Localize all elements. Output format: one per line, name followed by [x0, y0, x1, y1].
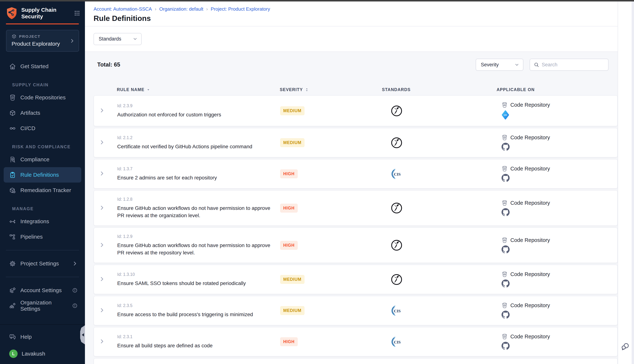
- app-switcher-icon[interactable]: [74, 10, 80, 16]
- owasp-icon: [391, 202, 403, 214]
- column-header-applicable-on: APPLICABLE ON: [451, 87, 618, 92]
- breadcrumb-separator: ›: [206, 6, 208, 12]
- sidebar-item-remediation-tracker[interactable]: Remediation Tracker: [4, 182, 81, 198]
- standards-filter-dropdown[interactable]: Standards: [94, 33, 142, 45]
- sidebar-item-label: Artifacts: [20, 110, 78, 116]
- table-row[interactable]: Id: 2.3.9 Authorization not enforced for…: [94, 95, 618, 126]
- sidebar-item-label: Remediation Tracker: [20, 187, 78, 193]
- table-header-row: RULE NAME SEVERITY STANDARDS APPLICABLE …: [94, 84, 618, 95]
- applicable-on-cell: Code Repository: [452, 200, 617, 216]
- svg-text:CIS: CIS: [394, 308, 401, 313]
- standards-cell: [342, 137, 452, 149]
- scrollbar[interactable]: [631, 2, 634, 364]
- search-input[interactable]: [542, 62, 607, 68]
- owasp-icon: [391, 105, 403, 117]
- sidebar-item-rule-definitions[interactable]: Rule Definitions: [4, 167, 81, 182]
- chevron-right-icon[interactable]: [99, 108, 105, 113]
- sidebar-item-label: Rule Definitions: [20, 172, 78, 178]
- collapse-arrow-icon: [80, 333, 84, 336]
- rule-name: Certificate not verified by GitHub Actio…: [117, 143, 273, 150]
- info-icon: [72, 288, 78, 293]
- code-repo-icon: [9, 94, 16, 101]
- sort-both-icon: [305, 88, 309, 92]
- table-row[interactable]: Id: 2.3.5 Ensure access to the build pro…: [94, 296, 618, 325]
- sidebar-item-integrations[interactable]: Integrations: [4, 214, 81, 229]
- github-icon: [502, 174, 510, 182]
- sidebar-item-label: Integrations: [20, 218, 78, 224]
- sidebar-item-compliance[interactable]: Compliance: [4, 152, 81, 167]
- info-icon: [72, 303, 78, 308]
- breadcrumb-organization[interactable]: Organization: default: [159, 6, 203, 12]
- nav-section-label: MANAGE: [12, 206, 85, 212]
- severity-badge: MEDIUM: [280, 306, 304, 315]
- brand-accent-line: [6, 24, 79, 24]
- column-header-rule-name[interactable]: RULE NAME: [112, 87, 280, 92]
- chevron-right-icon[interactable]: [99, 171, 105, 176]
- compliance-icon: [9, 156, 16, 163]
- harness-code-icon: </>: [502, 110, 509, 120]
- rule-name: Ensure GitHub action workflows do not ha…: [117, 204, 273, 219]
- table-row[interactable]: Id: 1.2.8 Ensure GitHub action workflows…: [94, 190, 618, 226]
- breadcrumb-account[interactable]: Account: Automation-SSCA: [94, 6, 152, 12]
- svg-text:CIS: CIS: [394, 340, 401, 344]
- app-root: Supply Chain Security PROJECT: [0, 2, 634, 364]
- window-top-strip: [0, 0, 634, 2]
- github-icon: [502, 342, 510, 350]
- table-row[interactable]: Id: 2.3.1 Ensure all build steps are def…: [94, 327, 618, 356]
- applicable-on-cell: Code Repository: [452, 271, 617, 288]
- table-row[interactable]: Id: 1.3.10 Ensure SAML SSO tokens should…: [94, 265, 618, 294]
- rule-id: Id: 1.3.10: [117, 272, 273, 277]
- table-row[interactable]: Id: 1.1.9 HIGH CIS Code Repository: [94, 358, 618, 364]
- column-header-standards: STANDARDS: [341, 87, 451, 92]
- sidebar-item-project-settings[interactable]: Project Settings: [4, 256, 81, 271]
- sidebar-item-code-repositories[interactable]: Code Repositories: [4, 90, 81, 105]
- app-title: Supply Chain Security: [21, 6, 70, 20]
- code-repo-icon: [502, 334, 508, 340]
- severity-badge: HIGH: [280, 169, 298, 178]
- sidebar-item-help[interactable]: ? Help: [4, 329, 81, 344]
- sidebar-item-cicd[interactable]: CI/CD: [4, 120, 81, 136]
- total-count: Total: 65: [97, 62, 476, 68]
- code-repo-icon: [502, 102, 508, 108]
- github-icon: [502, 208, 510, 216]
- chevron-right-icon[interactable]: [99, 205, 105, 210]
- code-repo-icon: [502, 237, 508, 243]
- table-row[interactable]: Id: 1.2.9 Ensure GitHub action workflows…: [94, 228, 618, 263]
- sidebar-item-artifacts[interactable]: Artifacts: [4, 105, 81, 120]
- feedback-chat-icon[interactable]: [620, 342, 630, 351]
- severity-badge: MEDIUM: [280, 138, 304, 147]
- severity-filter-label: Severity: [481, 62, 499, 68]
- github-icon: [502, 246, 510, 254]
- sidebar-item-get-started[interactable]: Get Started: [4, 59, 81, 74]
- severity-filter-dropdown[interactable]: Severity: [476, 59, 523, 71]
- severity-badge: HIGH: [280, 241, 298, 250]
- column-header-severity[interactable]: SEVERITY: [280, 87, 341, 92]
- standards-cell: [342, 274, 452, 285]
- sidebar-item-pipelines[interactable]: Pipelines: [4, 229, 81, 244]
- user-menu[interactable]: L Lavakush: [4, 346, 81, 362]
- applicable-on-label: Code Repository: [510, 271, 550, 277]
- project-name: Product Exploratory: [12, 41, 74, 47]
- breadcrumb-project[interactable]: Project: Product Exploratory: [211, 6, 270, 12]
- applicable-on-label: Code Repository: [510, 166, 550, 172]
- chevron-right-icon[interactable]: [99, 140, 105, 145]
- remediation-icon: [9, 187, 16, 194]
- chevron-right-icon[interactable]: [99, 276, 105, 282]
- gear-icon: [9, 260, 16, 267]
- sort-desc-icon: [146, 88, 150, 92]
- applicable-on-label: Code Repository: [510, 200, 550, 206]
- applicable-on-cell: Code Repository: [452, 134, 617, 151]
- chevron-right-icon[interactable]: [99, 307, 105, 313]
- sidebar-item-account-settings[interactable]: Account Settings: [4, 282, 81, 298]
- chevron-right-icon[interactable]: [99, 338, 105, 344]
- project-selector[interactable]: PROJECT Product Exploratory: [6, 30, 79, 52]
- standards-cell: [342, 239, 452, 251]
- applicable-on-cell: Code Repository: [452, 302, 617, 319]
- sidebar-divider: [6, 277, 79, 277]
- rule-name: Ensure 2 admins are set for each reposit…: [117, 174, 273, 182]
- table-row[interactable]: Id: 1.3.7 Ensure 2 admins are set for ea…: [94, 159, 618, 188]
- chevron-right-icon[interactable]: [99, 242, 105, 248]
- severity-badge: MEDIUM: [280, 106, 304, 115]
- sidebar-item-organization-settings[interactable]: Organization Settings: [4, 298, 81, 314]
- table-row[interactable]: Id: 2.1.2 Certificate not verified by Gi…: [94, 128, 618, 158]
